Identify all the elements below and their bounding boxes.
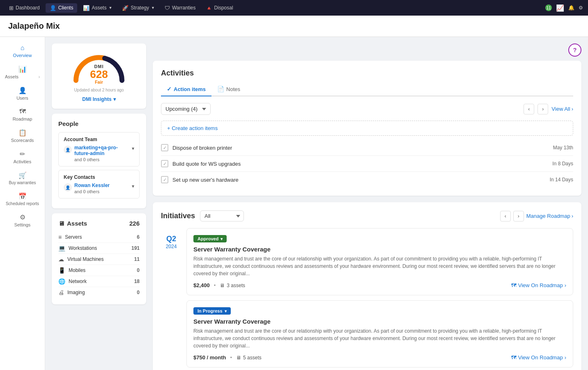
checkbox-0[interactable]: ✓ bbox=[161, 144, 168, 151]
activities-title: Activities bbox=[161, 69, 573, 78]
asset-row-vms[interactable]: ☁ Virtual Machines 11 bbox=[58, 254, 140, 265]
view-roadmap-link-0[interactable]: 🗺 View On Roadmap › bbox=[511, 282, 566, 288]
roadmap-link-icon-1: 🗺 bbox=[511, 354, 517, 361]
nav-dashboard[interactable]: ⊞ Dashboard bbox=[5, 3, 44, 13]
nav-disposal[interactable]: 🔺 Disposal bbox=[202, 3, 237, 13]
strategy-icon: 🚀 bbox=[122, 5, 129, 11]
prev-button[interactable]: ‹ bbox=[524, 104, 534, 114]
top-nav-right: 11 📈 🔔 ⚙ bbox=[545, 4, 583, 12]
dmi-label: DMI 628 Fair bbox=[90, 64, 108, 85]
initiative-price-1: $750 / month bbox=[193, 354, 226, 361]
initiatives-title: Initiatives bbox=[161, 212, 195, 220]
top-nav: ⊞ Dashboard 👤 Clients 📊 Assets ▼ 🚀 Strat… bbox=[0, 0, 588, 16]
right-panel: ? Activities ✓ Action items 📄 Notes bbox=[153, 43, 581, 364]
tab-notes[interactable]: 📄 Notes bbox=[211, 83, 246, 96]
sidebar-item-overview[interactable]: ⌂ Overview bbox=[2, 41, 42, 61]
initiative-desc-0: Risk management and trust are the core o… bbox=[193, 255, 566, 277]
dmi-card: DMI 628 Fair Updated about 2 hours ago D… bbox=[52, 43, 146, 109]
assets-icon: 📊 bbox=[83, 5, 90, 11]
asset-row-mobiles[interactable]: 📱 Mobiles 0 bbox=[58, 265, 140, 276]
separator-0: • bbox=[214, 282, 216, 288]
view-roadmap-link-1[interactable]: 🗺 View On Roadmap › bbox=[511, 354, 566, 361]
dmi-insights-button[interactable]: DMI Insights ▾ bbox=[82, 96, 115, 102]
sidebar-item-scorecards[interactable]: 📋 Scorecards bbox=[2, 126, 42, 146]
view-all-link[interactable]: View All › bbox=[551, 106, 573, 112]
sidebar-item-roadmap[interactable]: 🗺 Roadmap bbox=[2, 105, 42, 125]
buy-warranties-icon: 🛒 bbox=[18, 171, 27, 179]
initiatives-prev-button[interactable]: ‹ bbox=[500, 211, 511, 222]
activities-filter-select[interactable]: Upcoming (4) All Completed Overdue bbox=[161, 103, 211, 115]
strategy-arrow-icon: ▼ bbox=[151, 6, 155, 10]
roadmap-link-icon-0: 🗺 bbox=[511, 282, 517, 288]
tab-action-items[interactable]: ✓ Action items bbox=[161, 83, 211, 96]
nav-assets[interactable]: 📊 Assets ▼ bbox=[79, 3, 116, 13]
initiatives-list: Approved ▾ Server Warranty Coverage Risk… bbox=[186, 228, 573, 368]
settings-sidebar-icon: ⚙ bbox=[20, 213, 25, 221]
nav-strategy[interactable]: 🚀 Strategy ▼ bbox=[118, 3, 159, 13]
sidebar-item-activities[interactable]: ✏ Activities bbox=[2, 147, 42, 167]
initiatives-card: Initiatives All Approved In Progress Com… bbox=[153, 202, 581, 370]
assets-card: 🖥 Assets 226 ≡ Servers 6 💻 Workstatio bbox=[52, 213, 146, 304]
left-panel: DMI 628 Fair Updated about 2 hours ago D… bbox=[52, 43, 146, 364]
sidebar-item-assets[interactable]: 📊 Assets › bbox=[2, 62, 42, 82]
initiatives-filter-select[interactable]: All Approved In Progress Completed bbox=[200, 210, 244, 222]
notes-tab-icon: 📄 bbox=[217, 86, 224, 92]
servers-icon: ≡ bbox=[58, 234, 62, 240]
help-button[interactable]: ? bbox=[568, 43, 581, 57]
asset-row-workstations[interactable]: 💻 Workstations 191 bbox=[58, 243, 140, 254]
view-all-arrow-icon: › bbox=[572, 106, 573, 112]
key-contacts-expand-icon[interactable]: ▾ bbox=[132, 183, 134, 189]
initiative-name-0: Server Warranty Coverage bbox=[193, 246, 566, 253]
activities-tabs: ✓ Action items 📄 Notes bbox=[161, 83, 573, 96]
key-contact-name[interactable]: Rowan Kessler bbox=[74, 183, 110, 188]
sidebar-item-users[interactable]: 👤 Users bbox=[2, 83, 42, 104]
assets-sidebar-icon: 📊 bbox=[18, 65, 27, 73]
assets-card-icon: 🖥 bbox=[58, 220, 64, 227]
sidebar-item-buy-warranties[interactable]: 🛒 Buy warranties bbox=[2, 168, 42, 188]
create-action-item-button[interactable]: + Create action items bbox=[161, 121, 573, 136]
activities-card: Activities ✓ Action items 📄 Notes Upc bbox=[153, 61, 581, 196]
account-team-section: Account Team 👤 marketing+qa-pro-future-a… bbox=[58, 132, 140, 167]
account-team-expand-icon[interactable]: ▾ bbox=[132, 146, 134, 151]
account-team-avatar: 👤 bbox=[64, 146, 72, 154]
status-badge-approved[interactable]: Approved ▾ bbox=[193, 235, 227, 242]
checkbox-1[interactable]: ✓ bbox=[161, 160, 168, 167]
initiative-assets-0: 🖥 3 assets bbox=[220, 283, 245, 288]
status-badge-in-progress[interactable]: In Progress ▾ bbox=[193, 307, 231, 315]
manage-roadmap-link[interactable]: Manage Roadmap › bbox=[526, 213, 573, 219]
assets-arrow-icon: ▼ bbox=[108, 6, 112, 10]
activities-pagination: ‹ › View All › bbox=[524, 104, 573, 114]
asset-row-network[interactable]: 🌐 Network 18 bbox=[58, 276, 140, 287]
account-team-row: 👤 marketing+qa-pro-future-admin and 0 ot… bbox=[64, 145, 134, 162]
sidebar: ⌂ Overview 📊 Assets › 👤 Users 🗺 Roadmap … bbox=[0, 37, 45, 370]
page-title: Jalapeño Mix bbox=[8, 21, 580, 31]
mobile-icon: 📱 bbox=[58, 267, 65, 274]
initiatives-next-button[interactable]: › bbox=[513, 211, 524, 222]
checkbox-2[interactable]: ✓ bbox=[161, 176, 168, 183]
sidebar-item-scheduled-reports[interactable]: 📅 Scheduled reports bbox=[2, 189, 42, 209]
nav-warranties[interactable]: 🛡 Warranties bbox=[161, 3, 200, 13]
initiative-name-1: Server Warranty Coverage bbox=[193, 318, 566, 325]
network-icon: 🌐 bbox=[58, 278, 65, 285]
asset-row-imaging[interactable]: 🖨 Imaging 0 bbox=[58, 287, 140, 298]
asset-row-servers[interactable]: ≡ Servers 6 bbox=[58, 232, 140, 243]
notification-badge: 11 bbox=[545, 5, 552, 11]
initiative-item-1: In Progress ▾ Server Warranty Coverage R… bbox=[186, 300, 573, 368]
nav-clients[interactable]: 👤 Clients bbox=[46, 3, 78, 13]
users-icon: 👤 bbox=[18, 87, 27, 94]
dmi-gauge: DMI 628 Fair bbox=[70, 52, 128, 85]
bell-icon[interactable]: 🔔 bbox=[568, 5, 574, 11]
key-contact-avatar: 👤 bbox=[64, 183, 72, 192]
account-team-name[interactable]: marketing+qa-pro-future-admin bbox=[74, 145, 129, 156]
initiatives-nav: ‹ › Manage Roadmap › bbox=[500, 211, 573, 222]
clients-icon: 👤 bbox=[50, 5, 56, 11]
help-btn-row: ? bbox=[153, 43, 581, 57]
quarter-section: Q2 2024 Approved ▾ Serve bbox=[161, 228, 573, 368]
vm-icon: ☁ bbox=[58, 256, 64, 263]
sidebar-item-settings[interactable]: ⚙ Settings bbox=[2, 210, 42, 231]
next-button[interactable]: › bbox=[537, 104, 548, 114]
action-item-1: ✓ Build quote for WS upgrades In 8 Days bbox=[161, 156, 573, 172]
settings-icon[interactable]: ⚙ bbox=[579, 5, 583, 11]
disposal-icon: 🔺 bbox=[206, 5, 212, 11]
scorecards-icon: 📋 bbox=[18, 129, 27, 137]
